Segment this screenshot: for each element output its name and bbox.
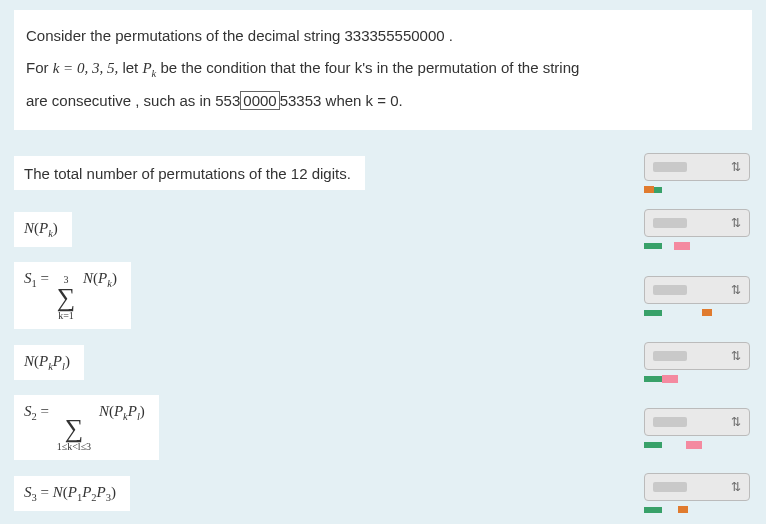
dropdown-arrows-icon: ⇅ [731, 480, 741, 494]
item-label-s3: S3 = N(P1P2P3) [14, 476, 130, 511]
q-pk: Pk [142, 60, 156, 76]
score-bar [644, 507, 750, 513]
dropdown-arrows-icon: ⇅ [731, 216, 741, 230]
q-boxed-left: 553 [215, 92, 240, 109]
item-label-npk: N(Pk) [14, 212, 72, 247]
dropdown-value [653, 285, 687, 295]
dropdown-arrows-icon: ⇅ [731, 415, 741, 429]
score-bar [644, 376, 750, 382]
question-prompt: Consider the permutations of the decimal… [14, 10, 752, 130]
item-label-s2: S2 = ∑ 1≤k<l≤3 N(PkPl) [14, 395, 159, 460]
q-string: 333355550000 [345, 27, 445, 44]
item-row: N(Pk) ⇅ [14, 206, 752, 252]
score-bar [644, 442, 750, 448]
item-row: S1 = 3 ∑ k=1 N(Pk) ⇅ [14, 262, 752, 329]
q-line1a: Consider the permutations of the decimal… [26, 27, 345, 44]
item-row: S2 = ∑ 1≤k<l≤3 N(PkPl) ⇅ [14, 395, 752, 460]
score-bar [644, 187, 750, 193]
q-line1b: . [449, 27, 453, 44]
q-boxed-mid: 0000 [240, 91, 279, 110]
answer-dropdown[interactable]: ⇅ [644, 408, 750, 436]
q-boxed-right: 53353 [280, 92, 322, 109]
dropdown-value [653, 482, 687, 492]
dropdown-arrows-icon: ⇅ [731, 283, 741, 297]
q-line2b: let [122, 59, 142, 76]
dropdown-value [653, 218, 687, 228]
item-row: N(PkPl) ⇅ [14, 339, 752, 385]
item-row: S3 = N(P1P2P3) ⇅ [14, 470, 752, 516]
answer-dropdown[interactable]: ⇅ [644, 342, 750, 370]
score-bar [644, 243, 750, 249]
score-bar [644, 310, 750, 316]
item-label-text: The total number of permutations of the … [24, 165, 351, 182]
answer-dropdown[interactable]: ⇅ [644, 209, 750, 237]
answer-dropdown[interactable]: ⇅ [644, 153, 750, 181]
dropdown-value [653, 162, 687, 172]
q-line3a: are consecutive , such as in [26, 92, 215, 109]
q-line3b: when k = 0. [326, 92, 403, 109]
item-row: The total number of permutations of the … [14, 150, 752, 196]
item-label-s1: S1 = 3 ∑ k=1 N(Pk) [14, 262, 131, 329]
answer-dropdown[interactable]: ⇅ [644, 473, 750, 501]
item-label-npkpl: N(PkPl) [14, 345, 84, 380]
dropdown-value [653, 417, 687, 427]
q-line2a: For [26, 59, 53, 76]
q-line2c: be the condition that the four k's in th… [160, 59, 579, 76]
dropdown-value [653, 351, 687, 361]
dropdown-arrows-icon: ⇅ [731, 349, 741, 363]
matching-items: The total number of permutations of the … [14, 150, 752, 516]
dropdown-arrows-icon: ⇅ [731, 160, 741, 174]
item-label-total: The total number of permutations of the … [14, 156, 365, 190]
q-kvals: k = 0, 3, 5, [53, 60, 119, 76]
answer-dropdown[interactable]: ⇅ [644, 276, 750, 304]
